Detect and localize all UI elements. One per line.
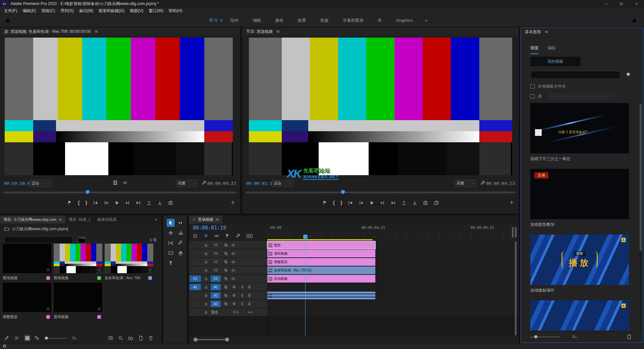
label-color-chip[interactable] <box>97 276 101 280</box>
new-item-icon[interactable] <box>138 336 143 341</box>
menu-item-6[interactable]: 视图(V) <box>127 7 146 14</box>
menu-item-2[interactable]: 剪辑(C) <box>39 7 58 14</box>
automate-to-sequence-icon[interactable] <box>108 336 113 341</box>
track-height-zoom-bar[interactable] <box>515 227 517 238</box>
vertical-scrollbar[interactable] <box>515 242 517 336</box>
source-patch[interactable]: A1 <box>190 284 201 290</box>
source-patch[interactable] <box>190 259 201 265</box>
mark-out-button[interactable]: } <box>86 200 87 205</box>
project-tab-0[interactable]: 项目: 小刀娱乐网www.x6g.com <box>0 215 65 223</box>
project-item[interactable]: 调整图层 <box>3 283 51 319</box>
project-item-thumbnail[interactable] <box>3 244 51 273</box>
extract-button[interactable] <box>157 200 162 205</box>
template-item[interactable]: 直播游戏图形叠加 <box>530 169 629 227</box>
source-patch[interactable] <box>190 292 201 299</box>
project-item-thumbnail[interactable] <box>105 244 153 273</box>
project-tab-2[interactable]: 媒体浏览器 <box>94 215 120 223</box>
export-frame-button[interactable] <box>423 200 428 205</box>
slip-tool[interactable] <box>167 239 175 247</box>
sync-lock-icon[interactable] <box>224 277 228 281</box>
project-item-thumbnail[interactable] <box>54 283 102 312</box>
menu-item-8[interactable]: 帮助(H) <box>166 7 185 14</box>
mark-in-button[interactable]: { <box>333 200 335 205</box>
mute-button[interactable]: M <box>232 285 236 289</box>
find-icon[interactable] <box>118 336 123 341</box>
panel-overflow-button[interactable]: » <box>151 215 161 223</box>
sync-lock-icon[interactable] <box>224 243 228 247</box>
clear-icon[interactable] <box>148 336 153 341</box>
step-forward-button[interactable] <box>125 200 130 205</box>
insert-nest-sequence-icon[interactable] <box>193 234 198 238</box>
settings-wrench-icon[interactable] <box>202 181 207 186</box>
timeline-display-settings-icon[interactable] <box>236 234 240 238</box>
icon-view-icon[interactable] <box>24 335 31 341</box>
razor-tool[interactable] <box>177 229 185 237</box>
project-item-thumbnail[interactable] <box>54 244 102 273</box>
sort-templates-icon[interactable] <box>572 334 577 339</box>
playhead-line[interactable] <box>305 239 306 336</box>
horizontal-zoom-scrollbar[interactable] <box>194 338 229 342</box>
workspace-tab-1[interactable]: 组件 <box>223 14 246 27</box>
scrub-bar[interactable] <box>3 190 237 195</box>
export-frame-button[interactable] <box>168 200 173 205</box>
captions-icon[interactable]: CC <box>247 234 253 238</box>
freeform-view-icon[interactable] <box>34 336 39 341</box>
scrub-playhead[interactable] <box>86 190 90 194</box>
sync-lock-icon[interactable] <box>224 293 228 298</box>
track-name-badge[interactable]: V3 <box>211 259 221 265</box>
lift-button[interactable] <box>147 200 152 205</box>
minimize-button[interactable] <box>599 0 614 7</box>
template-thumbnail[interactable]: 直播 <box>530 169 629 219</box>
button-editor-plus-icon[interactable] <box>509 200 514 205</box>
workspace-tab-4[interactable]: 效果 <box>290 14 313 27</box>
go-to-out-button[interactable] <box>391 200 396 205</box>
panel-menu-icon[interactable] <box>544 30 548 34</box>
list-view-icon[interactable] <box>14 336 19 341</box>
voiceover-mic-icon[interactable] <box>247 302 252 306</box>
source-patch[interactable] <box>190 242 201 248</box>
ripple-edit-tool[interactable] <box>167 229 175 237</box>
playhead-marker[interactable] <box>303 235 308 239</box>
menu-item-5[interactable]: 图形和标题(G) <box>96 7 127 14</box>
template-thumbnail[interactable]: 玩家 1 是否准备好? <box>530 103 629 153</box>
scrub-track[interactable] <box>3 192 237 193</box>
scrub-bar[interactable] <box>246 190 516 195</box>
project-item[interactable]: 黑场视频 <box>54 244 102 281</box>
linked-selection-icon[interactable] <box>214 234 219 238</box>
new-bin-icon[interactable] <box>128 336 133 341</box>
scrub-track[interactable] <box>246 192 516 193</box>
workspace-tab-3[interactable]: 颜色 <box>268 14 290 27</box>
type-tool[interactable]: T <box>167 259 175 267</box>
track-output-eye-icon[interactable] <box>231 251 235 256</box>
track-output-eye-icon[interactable] <box>231 260 235 264</box>
timeline-audio-clip[interactable]: fx <box>267 292 375 299</box>
project-writable-icon[interactable] <box>4 336 9 341</box>
libraries-checkbox[interactable] <box>530 94 535 99</box>
zoom-level-select[interactable]: 适合 <box>30 180 52 187</box>
sequence-tab[interactable]: 黑场视频 <box>189 215 222 223</box>
playhead-timecode[interactable]: 00:00:01:19 <box>193 225 226 231</box>
add-marker-button[interactable] <box>322 200 327 205</box>
add-marker-button[interactable] <box>67 200 72 205</box>
rectangle-tool[interactable] <box>167 249 175 257</box>
add-marker-icon[interactable] <box>225 234 230 238</box>
scrub-playhead[interactable] <box>341 190 345 194</box>
panel-menu-icon[interactable] <box>276 30 280 34</box>
timeline-clip[interactable]: fx透明视频 <box>267 250 375 257</box>
sort-icons-icon[interactable] <box>72 336 77 341</box>
step-back-button[interactable] <box>104 200 109 205</box>
track-name-badge[interactable]: V4 <box>211 250 221 257</box>
project-tab-1[interactable]: 项目: 动漫_1 <box>65 215 94 223</box>
project-item-thumbnail[interactable] <box>3 283 51 312</box>
track-lock-icon[interactable] <box>204 268 208 272</box>
play-button[interactable] <box>114 200 119 205</box>
label-color-chip[interactable] <box>46 276 50 280</box>
close-button[interactable] <box>629 0 644 7</box>
slider-knob[interactable] <box>534 335 537 338</box>
snap-icon[interactable] <box>204 234 208 238</box>
track-output-eye-icon[interactable] <box>231 277 235 281</box>
solo-button[interactable]: S <box>240 302 244 306</box>
track-name-badge[interactable]: A3 <box>211 301 221 307</box>
quick-export-icon[interactable] <box>632 17 637 24</box>
drag-audio-only-icon[interactable] <box>122 180 127 185</box>
